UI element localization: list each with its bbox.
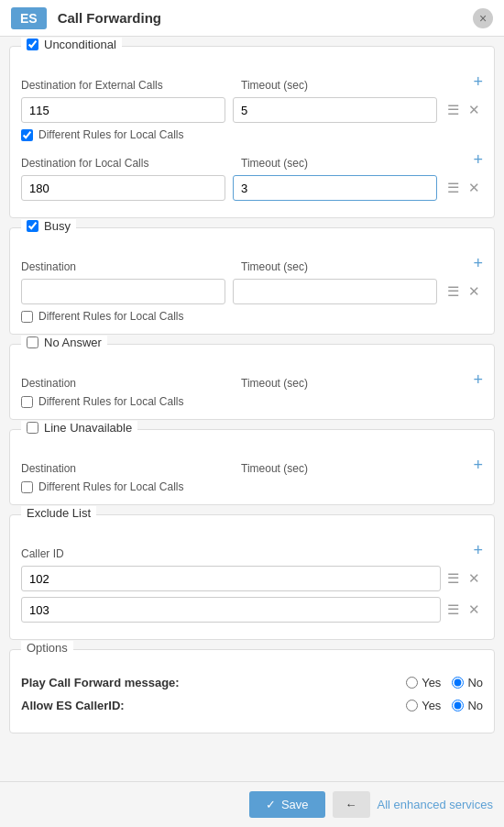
busy-checkbox[interactable] [27, 220, 38, 232]
unconditional-ext-actions: ☰ ✕ [444, 100, 483, 120]
exclude-entry-2: ☰ ✕ [21, 597, 483, 623]
line-unavailable-timeout-label: Timeout (sec) [241, 462, 308, 475]
save-label: Save [281, 798, 309, 811]
unconditional-section: Unconditional Destination for External C… [9, 46, 495, 218]
busy-actions: ☰ ✕ [444, 281, 483, 302]
reorder-caller-id-1-button[interactable]: ☰ [444, 568, 462, 589]
options-legend: Options [21, 641, 73, 655]
add-no-answer-button[interactable]: + [473, 370, 483, 390]
allow-es-label: Allow ES CallerID: [21, 699, 406, 712]
delete-caller-id-1-button[interactable]: ✕ [466, 568, 483, 589]
save-button[interactable]: ✓ Save [249, 791, 325, 818]
no-answer-checkbox[interactable] [27, 336, 38, 348]
busy-legend: Busy [21, 219, 76, 233]
play-cf-label: Play Call Forward message: [21, 676, 406, 689]
local-rules-label: Different Rules for Local Calls [38, 128, 184, 141]
exclude-list-header: Caller ID + [21, 541, 483, 560]
play-cf-yes-text: Yes [422, 676, 441, 689]
delete-ext-button[interactable]: ✕ [466, 100, 483, 120]
play-cf-no-label[interactable]: No [452, 676, 483, 689]
no-answer-local-rules-label[interactable]: Different Rules for Local Calls [21, 395, 483, 408]
play-cf-no-radio[interactable] [452, 677, 464, 689]
reorder-local-button[interactable]: ☰ [444, 178, 462, 198]
line-unavailable-section: Line Unavailable Destination Timeout (se… [9, 429, 495, 505]
busy-dest-label: Destination [21, 260, 76, 273]
no-answer-local-rules-checkbox[interactable] [21, 396, 33, 408]
main-content: Unconditional Destination for External C… [0, 37, 504, 781]
no-answer-legend: No Answer [21, 336, 107, 349]
delete-local-button[interactable]: ✕ [466, 178, 483, 198]
dest-external-input[interactable] [21, 97, 225, 123]
footer: ✓ Save ← All enhanced services [0, 781, 504, 827]
local-rules-checkbox-label[interactable]: Different Rules for Local Calls [21, 128, 483, 141]
dest-local-input[interactable] [21, 175, 225, 201]
local-rules-checkbox[interactable] [21, 129, 33, 141]
allow-es-yes-label[interactable]: Yes [406, 699, 441, 712]
allow-es-no-radio[interactable] [452, 700, 464, 711]
dest-local-label: Destination for Local Calls [21, 157, 148, 170]
allow-es-no-text: No [467, 699, 483, 712]
reorder-caller-id-2-button[interactable]: ☰ [444, 600, 462, 620]
line-unavailable-header: Destination Timeout (sec) + [21, 456, 483, 475]
no-answer-label: No Answer [44, 336, 102, 349]
unconditional-local-input-row: ☰ ✕ [21, 175, 483, 201]
busy-timeout-input[interactable] [233, 279, 437, 304]
busy-timeout-label: Timeout (sec) [241, 260, 308, 273]
busy-local-rules-checkbox[interactable] [21, 311, 33, 323]
unconditional-body: Destination for External Calls Timeout (… [10, 58, 494, 217]
add-local-button[interactable]: + [473, 150, 483, 170]
busy-label: Busy [44, 219, 71, 233]
no-answer-dest-label: Destination [21, 377, 76, 390]
dest-external-label: Destination for External Calls [21, 79, 163, 92]
line-unavailable-dest-label: Destination [21, 462, 76, 475]
allow-es-no-label[interactable]: No [452, 699, 483, 712]
timeout-local-input[interactable] [233, 175, 437, 201]
exclude-list-legend: Exclude List [21, 506, 96, 520]
unconditional-legend: Unconditional [21, 38, 122, 51]
busy-dest-input[interactable] [21, 279, 225, 304]
delete-caller-id-2-button[interactable]: ✕ [466, 600, 483, 620]
options-body: Play Call Forward message: Yes No Allow [10, 659, 494, 733]
reorder-busy-button[interactable]: ☰ [444, 281, 462, 302]
exclude-list-body: Caller ID + ☰ ✕ ☰ ✕ [10, 526, 494, 639]
add-caller-id-button[interactable]: + [473, 541, 483, 560]
timeout-external-label: Timeout (sec) [241, 79, 308, 92]
es-badge: ES [11, 7, 47, 29]
allow-es-yes-radio[interactable] [406, 700, 418, 711]
line-unavailable-local-rules-label[interactable]: Different Rules for Local Calls [21, 480, 483, 493]
play-cf-yes-label[interactable]: Yes [406, 676, 441, 689]
titlebar: ES Call Forwarding × [0, 0, 504, 37]
caller-id-label: Caller ID [21, 547, 64, 560]
allow-es-row: Allow ES CallerID: Yes No [21, 699, 483, 712]
no-answer-section: No Answer Destination Timeout (sec) + [9, 344, 495, 420]
busy-body: Destination Timeout (sec) + ☰ ✕ [10, 239, 494, 334]
exclude-entry-1: ☰ ✕ [21, 566, 483, 591]
line-unavailable-checkbox[interactable] [27, 422, 38, 434]
unconditional-ext-header: Destination for External Calls Timeout (… [21, 72, 483, 92]
line-unavailable-legend: Line Unavailable [21, 421, 137, 435]
add-busy-button[interactable]: + [473, 254, 483, 273]
delete-busy-button[interactable]: ✕ [466, 281, 483, 302]
busy-header: Destination Timeout (sec) + [21, 254, 483, 273]
line-unavailable-local-rules-checkbox[interactable] [21, 481, 33, 493]
busy-local-rules-text: Different Rules for Local Calls [38, 310, 184, 323]
busy-local-rules-label[interactable]: Different Rules for Local Calls [21, 310, 483, 323]
close-button[interactable]: × [473, 8, 493, 28]
timeout-external-input[interactable] [233, 97, 437, 123]
line-unavailable-local-rules-text: Different Rules for Local Calls [38, 480, 184, 493]
back-arrow-icon: ← [345, 798, 357, 811]
play-cf-yes-radio[interactable] [406, 677, 418, 689]
play-cf-row: Play Call Forward message: Yes No [21, 676, 483, 689]
all-services-button[interactable]: All enhanced services [378, 798, 493, 811]
add-line-unavailable-button[interactable]: + [473, 456, 483, 475]
no-answer-timeout-label: Timeout (sec) [241, 377, 308, 390]
unconditional-local-header: Destination for Local Calls Timeout (sec… [21, 150, 483, 170]
reorder-ext-button[interactable]: ☰ [444, 100, 462, 120]
page-title: Call Forwarding [58, 10, 473, 26]
caller-id-input-1[interactable] [21, 566, 441, 591]
back-button[interactable]: ← [333, 791, 370, 818]
unconditional-checkbox[interactable] [27, 39, 38, 50]
caller-id-input-2[interactable] [21, 597, 441, 623]
window: ES Call Forwarding × Unconditional Desti… [0, 0, 504, 827]
add-external-button[interactable]: + [473, 72, 483, 92]
